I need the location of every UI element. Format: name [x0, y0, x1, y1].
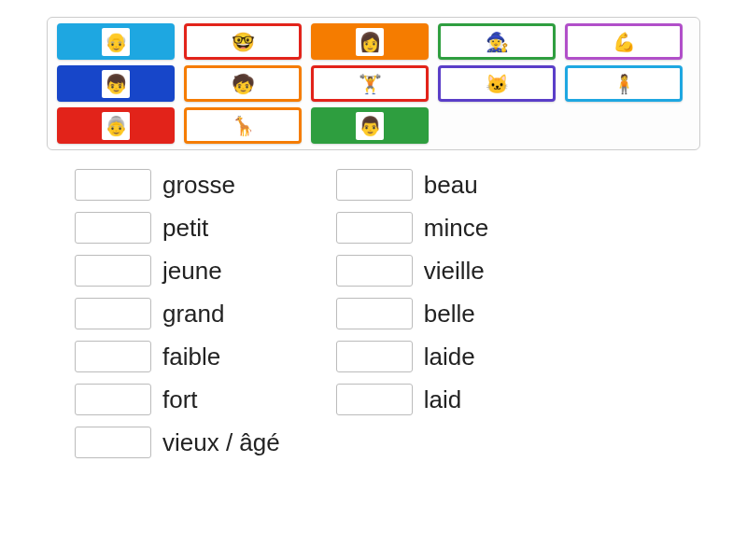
answer-label: laide	[424, 343, 475, 371]
answers-right-column: beau mince vieille belle laide laid	[336, 169, 488, 458]
tile-large[interactable]: 🧍	[565, 65, 683, 102]
answer-item: laide	[336, 341, 488, 372]
tile-young-man[interactable]: 👨	[311, 107, 429, 144]
tiles-panel: 👴 🤓 👩 🧙‍♀️ 💪 👦 🧒 🏋️ 🐱 🧍 👵 🦒 👨	[47, 17, 700, 150]
drop-slot-fort[interactable]	[75, 384, 151, 415]
answer-item: vieille	[336, 255, 488, 287]
tile-skinny[interactable]: 🐱	[438, 65, 556, 102]
strong-person-icon: 💪	[610, 28, 638, 56]
drop-slot-vieille[interactable]	[336, 255, 413, 287]
tile-witch[interactable]: 🧙‍♀️	[438, 23, 556, 60]
small-boy-icon: 👦	[102, 70, 130, 98]
drop-slot-belle[interactable]	[336, 298, 413, 329]
answer-label: beau	[424, 171, 478, 200]
answer-label: grosse	[162, 171, 235, 200]
drop-slot-petit[interactable]	[75, 212, 151, 244]
old-man-face-icon: 👴	[102, 28, 130, 56]
answer-label: laid	[424, 385, 461, 414]
large-person-icon: 🧍	[610, 70, 638, 98]
drop-slot-vieux-age[interactable]	[75, 427, 151, 458]
answers-left-column: grosse petit jeune grand faible fort vie…	[75, 169, 280, 458]
answer-label: belle	[424, 300, 475, 329]
drop-slot-jeune[interactable]	[75, 255, 151, 287]
answer-item: fort	[75, 384, 280, 415]
nerd-face-icon: 🤓	[229, 28, 257, 56]
athletic-person-icon: 🏋️	[356, 70, 384, 98]
tile-small-boy[interactable]: 👦	[57, 65, 175, 102]
old-woman-face-icon: 👵	[102, 112, 130, 140]
drop-slot-mince[interactable]	[336, 212, 413, 244]
answer-item: vieux / âgé	[75, 427, 280, 458]
tile-strong[interactable]: 💪	[565, 23, 683, 60]
drop-slot-grand[interactable]	[75, 298, 151, 329]
answer-label: jeune	[162, 257, 222, 286]
witch-face-icon: 🧙‍♀️	[483, 28, 511, 56]
tile-tall-thin[interactable]: 🦒	[184, 107, 302, 144]
answer-label: vieille	[424, 257, 485, 286]
answer-item: grand	[75, 298, 280, 329]
drop-slot-beau[interactable]	[336, 169, 413, 201]
answer-label: vieux / âgé	[162, 428, 280, 457]
answer-label: faible	[162, 343, 220, 371]
tile-nerd[interactable]: 🤓	[184, 23, 302, 60]
answer-item: grosse	[75, 169, 280, 201]
tile-woman[interactable]: 👩	[311, 23, 429, 60]
tile-row-2: 👦 🧒 🏋️ 🐱 🧍	[57, 65, 690, 102]
answer-label: grand	[162, 300, 225, 329]
tile-row-3: 👵 🦒 👨	[57, 107, 690, 144]
drop-slot-grosse[interactable]	[75, 169, 151, 201]
answers-area: grosse petit jeune grand faible fort vie…	[47, 169, 700, 458]
child-playing-icon: 🧒	[229, 70, 257, 98]
drop-slot-laid[interactable]	[336, 384, 413, 415]
tile-old-man[interactable]: 👴	[57, 23, 175, 60]
young-man-face-icon: 👨	[356, 112, 384, 140]
tile-child[interactable]: 🧒	[184, 65, 302, 102]
answer-label: petit	[162, 214, 208, 243]
answer-label: fort	[162, 385, 198, 414]
skinny-person-icon: 🐱	[483, 70, 511, 98]
tile-old-woman[interactable]: 👵	[57, 107, 175, 144]
drop-slot-laide[interactable]	[336, 341, 413, 372]
tile-athletic[interactable]: 🏋️	[311, 65, 429, 102]
answer-item: jeune	[75, 255, 280, 287]
answer-item: belle	[336, 298, 488, 329]
answer-item: faible	[75, 341, 280, 372]
answer-label: mince	[424, 214, 488, 243]
drop-slot-faible[interactable]	[75, 341, 151, 372]
answer-item: beau	[336, 169, 488, 201]
answer-item: petit	[75, 212, 280, 244]
woman-face-icon: 👩	[356, 28, 384, 56]
answer-item: mince	[336, 212, 488, 244]
answer-item: laid	[336, 384, 488, 415]
tall-thin-person-icon: 🦒	[229, 112, 257, 140]
tile-row-1: 👴 🤓 👩 🧙‍♀️ 💪	[57, 23, 690, 60]
